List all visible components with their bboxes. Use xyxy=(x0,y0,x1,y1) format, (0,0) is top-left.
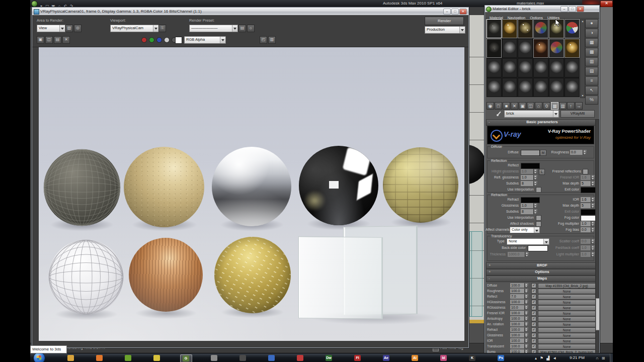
subdivs-spinner[interactable]: 8 xyxy=(521,181,537,186)
spinner-arrows-icon[interactable] xyxy=(591,197,595,202)
red-channel-icon[interactable] xyxy=(141,37,147,43)
max-depth-spinner[interactable]: 5 xyxy=(581,181,595,186)
affect-channels-select[interactable]: Color only xyxy=(510,227,540,233)
diffuse-map-button[interactable]: M xyxy=(540,150,546,156)
max-depth-spinner[interactable]: 5 xyxy=(581,203,595,208)
subdivs-spinner[interactable]: 8 xyxy=(521,209,537,214)
hilight-glossiness-spinner[interactable]: 1.0 xyxy=(521,169,537,174)
fresnel-ior-spinner[interactable]: 1.6 xyxy=(581,175,595,180)
save-image-icon[interactable]: ▣ xyxy=(37,36,44,44)
put-material-to-scene-icon[interactable]: □ xyxy=(495,102,502,110)
affect-shadows-checkbox[interactable] xyxy=(536,221,541,227)
spinner-arrows-icon[interactable] xyxy=(524,322,528,326)
video-color-check-icon[interactable]: ▥ xyxy=(585,57,598,66)
sample-slot-3[interactable] xyxy=(518,19,533,38)
green-channel-icon[interactable] xyxy=(149,37,154,43)
go-forward-to-sibling-icon[interactable]: → xyxy=(575,102,583,110)
taskbar-icon-sticky-notes[interactable] xyxy=(151,354,163,361)
maps-enable-checkbox[interactable]: ✓ xyxy=(531,294,536,299)
spinner-arrows-icon[interactable] xyxy=(591,181,595,186)
exit-color-swatch[interactable] xyxy=(581,209,596,215)
spinner-arrows-icon[interactable] xyxy=(533,169,537,174)
material-id-channel-icon[interactable]: 0 xyxy=(543,102,550,110)
select-by-material-icon[interactable]: ↖ xyxy=(585,86,598,95)
maps-amount-spinner[interactable]: 100.0 xyxy=(510,300,528,304)
vfb-titlebar[interactable]: VRayPhysicalCamera01, frame 0, Display G… xyxy=(32,8,468,15)
scroll-down-icon[interactable]: ▾ xyxy=(581,94,585,98)
spinner-arrows-icon[interactable] xyxy=(591,245,595,250)
sample-slot-15[interactable] xyxy=(518,58,533,77)
sample-type-icon[interactable]: ● xyxy=(585,19,598,28)
edit-region-icon[interactable]: ▧ xyxy=(65,25,73,32)
assign-material-to-selection-icon[interactable]: ■ xyxy=(503,102,510,110)
hidden-icons-icon[interactable]: ▴ xyxy=(535,356,537,360)
maps-enable-checkbox[interactable]: ✓ xyxy=(531,327,536,332)
taskbar-icon-explorer[interactable] xyxy=(65,354,76,361)
spinner-arrows-icon[interactable] xyxy=(533,181,537,186)
l-lock-button[interactable]: L xyxy=(539,169,545,175)
glossiness-spinner[interactable]: 1.0 xyxy=(521,203,537,208)
close-button[interactable]: ✕ xyxy=(459,9,467,15)
taskbar-icon-dreamweaver[interactable]: Dw xyxy=(324,354,335,361)
sample-slot-18[interactable] xyxy=(565,58,580,77)
taskbar-icon-media-app[interactable] xyxy=(209,354,220,361)
auto-region-icon[interactable]: ◎ xyxy=(74,25,82,32)
maps-amount-spinner[interactable]: 100.0 xyxy=(510,322,528,326)
make-preview-icon[interactable]: ▤ xyxy=(585,67,598,76)
spinner-arrows-icon[interactable] xyxy=(524,294,528,299)
sync-icon[interactable]: ⊞ xyxy=(602,356,605,360)
spinner-arrows-icon[interactable] xyxy=(524,311,528,315)
taskbar-icon-illustrator[interactable]: Ai xyxy=(410,354,421,361)
maps-enable-checkbox[interactable]: ✓ xyxy=(531,300,536,305)
maps-amount-spinner[interactable]: 100.0 xyxy=(510,333,528,337)
clone-window-icon[interactable]: ◫ xyxy=(45,36,53,44)
sample-slot-19[interactable] xyxy=(487,78,502,97)
sample-slot-14[interactable] xyxy=(502,58,517,77)
fog-color-swatch[interactable] xyxy=(581,215,596,221)
minimize-button[interactable]: – xyxy=(560,6,568,12)
fog-multiplier-spinner[interactable]: 1.0 xyxy=(581,221,595,226)
spinner-arrows-icon[interactable] xyxy=(533,203,537,208)
area-to-render-select[interactable]: View xyxy=(37,25,65,32)
render-preset-select[interactable]: ——————— xyxy=(189,25,238,32)
diffuse-color-swatch[interactable] xyxy=(521,150,540,156)
spinner-arrows-icon[interactable] xyxy=(524,305,528,310)
taskbar-icon-photoshop[interactable]: Ps xyxy=(496,354,507,361)
viewport-lock-icon[interactable]: ⚿ xyxy=(158,25,166,32)
refract-color-swatch[interactable] xyxy=(521,197,540,203)
clear-image-icon[interactable]: ✕ xyxy=(62,36,70,44)
spinner-arrows-icon[interactable] xyxy=(524,338,528,343)
sample-slot-9[interactable] xyxy=(518,39,533,58)
maps-amount-spinner[interactable]: 100.0 xyxy=(510,289,528,293)
make-material-copy-icon[interactable]: ▣ xyxy=(519,102,526,110)
sample-slot-22[interactable] xyxy=(533,78,548,97)
fog-bias-spinner[interactable]: 0.0 xyxy=(581,227,595,232)
refl-glossiness-spinner[interactable]: 1.0 xyxy=(521,175,537,180)
use-interpolation-checkbox[interactable] xyxy=(536,187,541,193)
taskbar-icon-app-dark[interactable]: K xyxy=(467,354,478,361)
taskbar-icon-windows-media-player[interactable] xyxy=(266,354,277,361)
light-multiplier-spinner[interactable]: 1.0 xyxy=(581,252,595,257)
monochrome-channel-icon[interactable] xyxy=(164,37,170,43)
copy-image-icon[interactable]: ◰ xyxy=(260,36,267,44)
spinner-arrows-icon[interactable] xyxy=(533,175,537,180)
sample-slot-17[interactable] xyxy=(549,58,564,77)
maps-enable-checkbox[interactable]: ✓ xyxy=(531,289,536,294)
spinner-arrows-icon[interactable] xyxy=(524,300,528,304)
sample-slot-23[interactable] xyxy=(549,78,564,97)
background-color-swatch[interactable] xyxy=(175,37,182,44)
render-setup-icon[interactable]: ▤ xyxy=(238,25,246,32)
taskbar-icon-firefox[interactable] xyxy=(94,354,105,361)
rollout-brdf[interactable]: + BRDF xyxy=(486,262,598,269)
me-scrollbar[interactable] xyxy=(595,119,599,352)
rollout-basic-parameters[interactable]: - Basic parameters xyxy=(486,119,598,126)
viewport-select[interactable]: VRayPhysicalCam xyxy=(110,25,159,32)
translucency-type-select[interactable]: None xyxy=(507,238,549,245)
taskbar-icon-app-green[interactable] xyxy=(123,354,134,361)
show-map-in-viewport-icon[interactable]: ▦ xyxy=(551,102,558,110)
sample-slot-13[interactable] xyxy=(487,58,502,77)
network-icon[interactable]: ▟ xyxy=(546,356,549,360)
spinner-arrows-icon[interactable] xyxy=(524,289,528,293)
headset-icon[interactable]: ∩ xyxy=(596,356,599,360)
maps-amount-spinner[interactable]: 100.0 xyxy=(510,344,528,348)
